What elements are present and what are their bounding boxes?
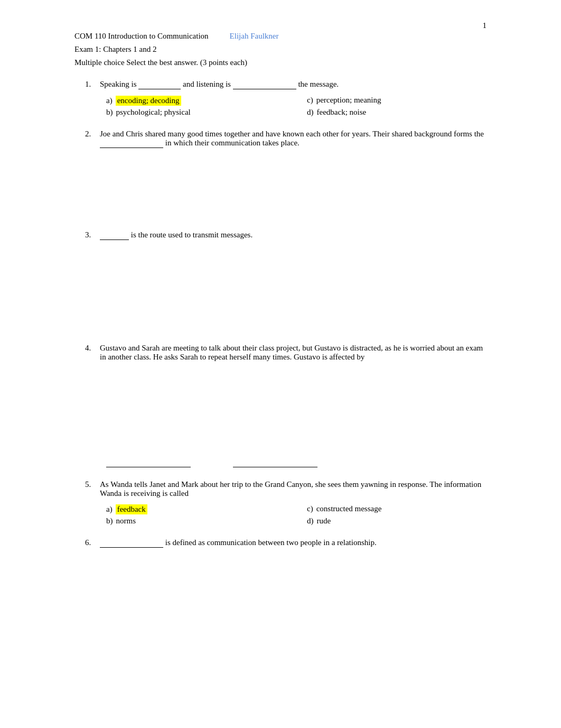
question-1: 1. Speaking is and listening is the mess… [74, 80, 487, 117]
q1-number: 1. [85, 80, 96, 89]
q1-d-text: feedback; noise [317, 108, 367, 117]
q2-body: Joe and Chris shared many good times tog… [100, 130, 487, 148]
q1-c-letter: c) [307, 96, 313, 105]
question-4: 4. Gustavo and Sarah are meeting to talk… [74, 344, 487, 467]
q1-answer-c: c) perception; meaning [307, 96, 487, 106]
course-title: COM 110 Introduction to Communication [74, 32, 209, 41]
exam-title: Exam 1: Chapters 1 and 2 [74, 45, 487, 54]
question-2: 2. Joe and Chris shared many good times … [74, 130, 487, 218]
q3-number: 3. [85, 231, 96, 240]
q1-c-text: perception; meaning [316, 96, 381, 105]
question-2-text: 2. Joe and Chris shared many good times … [74, 130, 487, 148]
question-5-text: 5. As Wanda tells Janet and Mark about h… [74, 480, 487, 498]
q4-answer-lines [74, 457, 487, 467]
q5-answer-b: b) norms [106, 517, 286, 526]
q1-a-letter: a) [106, 96, 113, 105]
q1-answers: a) encoding; decoding c) perception; mea… [74, 96, 487, 117]
question-1-text: 1. Speaking is and listening is the mess… [74, 80, 487, 89]
q1-d-letter: d) [307, 108, 314, 117]
q1-blank1 [138, 80, 181, 89]
instructions: Multiple choice Select the best answer. … [74, 58, 487, 67]
q3-spacer [74, 246, 487, 331]
q5-a-letter: a) [106, 505, 113, 514]
q1-a-text: encoding; decoding [116, 96, 181, 106]
q1-answer-b: b) psychological; physical [106, 108, 286, 117]
q3-blank [100, 231, 129, 240]
question-4-text: 4. Gustavo and Sarah are meeting to talk… [74, 344, 487, 362]
q6-number: 6. [85, 538, 96, 548]
q5-b-letter: b) [106, 517, 113, 526]
page-number: 1 [483, 21, 487, 30]
q4-spacer [74, 368, 487, 453]
q6-blank [100, 538, 163, 548]
q5-answer-c: c) constructed message [307, 504, 487, 514]
question-6-text: 6. is defined as communication between t… [74, 538, 487, 548]
student-name: Elijah Faulkner [230, 32, 279, 41]
q2-spacer [74, 154, 487, 218]
q4-line1 [106, 457, 191, 467]
question-3: 3. is the route used to transmit message… [74, 231, 487, 331]
q1-blank2 [233, 80, 296, 89]
q6-body: is defined as communication between two … [100, 538, 487, 548]
q5-answer-a: a) feedback [106, 504, 286, 514]
q5-b-text: norms [116, 517, 136, 526]
q1-b-text: psychological; physical [116, 108, 191, 117]
q1-b-letter: b) [106, 108, 113, 117]
q5-d-text: rude [317, 517, 331, 526]
q4-body: Gustavo and Sarah are meeting to talk ab… [100, 344, 487, 362]
q5-answer-d: d) rude [307, 517, 487, 526]
question-6: 6. is defined as communication between t… [74, 538, 487, 548]
q5-a-text: feedback [116, 504, 147, 514]
q3-body: is the route used to transmit messages. [100, 231, 487, 240]
header-line: COM 110 Introduction to Communication El… [74, 32, 487, 41]
q5-c-text: constructed message [316, 504, 382, 513]
q2-number: 2. [85, 130, 96, 148]
q5-answers: a) feedback c) constructed message b) no… [74, 504, 487, 526]
q5-number: 5. [85, 480, 96, 498]
q4-line2 [233, 457, 317, 467]
q2-blank [100, 139, 163, 148]
question-3-text: 3. is the route used to transmit message… [74, 231, 487, 240]
q5-body: As Wanda tells Janet and Mark about her … [100, 480, 487, 498]
q4-number: 4. [85, 344, 96, 362]
question-5: 5. As Wanda tells Janet and Mark about h… [74, 480, 487, 526]
q5-c-letter: c) [307, 504, 313, 513]
q5-d-letter: d) [307, 517, 314, 526]
q1-answer-d: d) feedback; noise [307, 108, 487, 117]
q1-answer-a: a) encoding; decoding [106, 96, 286, 106]
q1-body: Speaking is and listening is the message… [100, 80, 487, 89]
